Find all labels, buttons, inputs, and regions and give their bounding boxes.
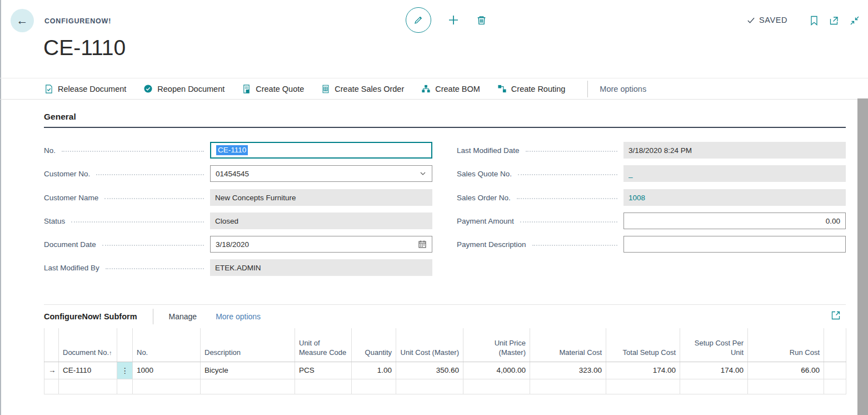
calendar-icon[interactable] (418, 240, 427, 249)
edit-button[interactable] (406, 7, 431, 33)
column-header-total-setup-cost[interactable]: Total Setup Cost (606, 328, 680, 362)
column-header-quantity[interactable]: Quantity (352, 328, 396, 362)
create-routing-icon (497, 84, 507, 93)
dotted-leader (71, 221, 204, 223)
cell-total-setup-cost-link[interactable]: 174.00 (606, 362, 680, 379)
cell-unit-cost-master[interactable]: 350.60 (396, 362, 463, 379)
create-bom-icon (421, 84, 431, 93)
cell-document-no[interactable]: CE-1110 (59, 362, 117, 379)
more-options-button[interactable]: More options (600, 85, 646, 93)
column-header-trailing (824, 328, 846, 362)
bookmark-icon (809, 15, 819, 26)
vertical-scrollbar[interactable] (857, 98, 868, 415)
column-header-no[interactable]: No. (133, 328, 201, 362)
release-document-button[interactable]: Release Document (44, 84, 126, 94)
customer-name-field: New Concepts Furniture (210, 189, 432, 206)
open-in-new-window-icon (829, 15, 840, 26)
cell-quantity[interactable]: 1.00 (352, 362, 396, 379)
create-sales-order-icon (321, 84, 330, 94)
saved-check-icon (747, 16, 755, 24)
payment-amount-value: 0.00 (629, 217, 840, 225)
document-date-field-input[interactable]: 3/18/2020 (210, 236, 432, 253)
customer-name-field-label: Customer Name (44, 194, 98, 202)
subform-manage-button[interactable]: Manage (169, 312, 197, 321)
plus-icon (447, 13, 460, 27)
create-quote-button[interactable]: Create Quote (242, 84, 304, 94)
sales-quote-no-field: _ (623, 165, 846, 182)
cell-description[interactable]: Bicycle (201, 362, 295, 379)
customer-no-value: 01454545 (216, 170, 419, 178)
create-quote-label: Create Quote (256, 85, 304, 93)
delete-button[interactable] (476, 14, 487, 26)
payment-amount-field-input[interactable]: 0.00 (623, 213, 846, 229)
action-bar: Release Document Reopen Document Create … (0, 78, 868, 100)
last-modified-date-field: 3/18/2020 8:24 PM (623, 142, 846, 159)
dotted-leader (517, 198, 617, 199)
active-row-indicator: → (44, 362, 59, 379)
subform-toolbar: ConfigureNow! Subform Manage More option… (44, 309, 261, 324)
cell-no[interactable]: 1000 (133, 362, 201, 379)
column-header-run-cost[interactable]: Run Cost (748, 328, 824, 362)
page-title: CE-1110 (43, 36, 126, 60)
subform-table: Document No.↑ No. Description Unit of Me… (44, 328, 846, 394)
open-in-new-window-button[interactable] (829, 15, 840, 26)
create-sales-order-label: Create Sales Order (335, 85, 404, 93)
last-modified-date-value: 3/18/2020 8:24 PM (628, 146, 841, 155)
back-button[interactable]: ← (11, 9, 34, 32)
sales-quote-no-value: _ (628, 170, 841, 178)
payment-description-field-input[interactable] (623, 236, 846, 253)
no-field-selected-text: CE-1110 (216, 145, 248, 155)
last-modified-by-field-label: Last Modified By (44, 264, 99, 272)
column-header-setup-cost-per-unit[interactable]: Setup Cost Per Unit (680, 328, 748, 362)
general-section-underline (44, 127, 846, 128)
last-modified-date-field-label: Last Modified Date (457, 146, 520, 155)
row-options-icon: ⋮ (121, 367, 129, 375)
sales-order-no-link[interactable]: 1008 (628, 194, 841, 202)
dotted-leader (96, 174, 204, 175)
bookmark-button[interactable] (809, 15, 819, 26)
create-bom-label: Create BOM (435, 85, 480, 93)
create-sales-order-button[interactable]: Create Sales Order (321, 84, 404, 94)
expand-icon (831, 310, 841, 320)
new-button[interactable] (447, 13, 460, 27)
customer-name-value: New Concepts Furniture (215, 194, 427, 202)
reopen-document-icon (143, 84, 153, 93)
cell-setup-cost-per-unit[interactable]: 174.00 (680, 362, 748, 379)
cell-material-cost-link[interactable]: 323.00 (530, 362, 606, 379)
reopen-document-button[interactable]: Reopen Document (143, 84, 225, 93)
subform-more-options-button[interactable]: More options (216, 312, 261, 321)
cell-uom-code[interactable]: PCS (295, 362, 352, 379)
payment-description-field-label: Payment Description (457, 240, 526, 249)
column-header-uom-code[interactable]: Unit of Measure Code (295, 328, 352, 362)
saved-label: SAVED (759, 16, 787, 24)
row-options-button[interactable]: ⋮ (117, 362, 133, 379)
column-header-description[interactable]: Description (201, 328, 295, 362)
status-field-label: Status (44, 217, 65, 225)
chevron-down-icon[interactable] (419, 170, 427, 177)
status-field: Closed (210, 213, 432, 229)
column-header-indicator (44, 328, 59, 362)
status-value: Closed (215, 217, 427, 225)
subform-section-separator (44, 304, 846, 305)
column-header-document-no[interactable]: Document No.↑ (59, 328, 117, 362)
dotted-leader (106, 268, 204, 269)
reopen-document-label: Reopen Document (157, 85, 225, 93)
cell-unit-price-master[interactable]: 4,000.00 (463, 362, 530, 379)
subform-expand-button[interactable] (831, 310, 841, 320)
cell-trailing (824, 362, 846, 379)
column-header-unit-cost-master[interactable]: Unit Cost (Master) (396, 328, 463, 362)
column-header-unit-price-master[interactable]: Unit Price (Master) (463, 328, 530, 362)
customer-no-field-input[interactable]: 01454545 (210, 165, 432, 182)
column-header-material-cost[interactable]: Material Cost (530, 328, 606, 362)
no-field-input[interactable]: CE-1110 (210, 142, 432, 159)
create-routing-button[interactable]: Create Routing (497, 84, 566, 93)
general-section-title[interactable]: General (44, 112, 76, 122)
table-header-row: Document No.↑ No. Description Unit of Me… (44, 328, 846, 362)
create-bom-button[interactable]: Create BOM (421, 84, 480, 93)
sales-order-no-field: 1008 (623, 189, 846, 206)
cell-run-cost-link[interactable]: 66.00 (748, 362, 824, 379)
pencil-icon (413, 14, 424, 26)
last-modified-by-field: ETEK.ADMIN (210, 259, 432, 276)
no-field-label: No. (44, 146, 56, 155)
collapse-button[interactable] (849, 15, 860, 26)
